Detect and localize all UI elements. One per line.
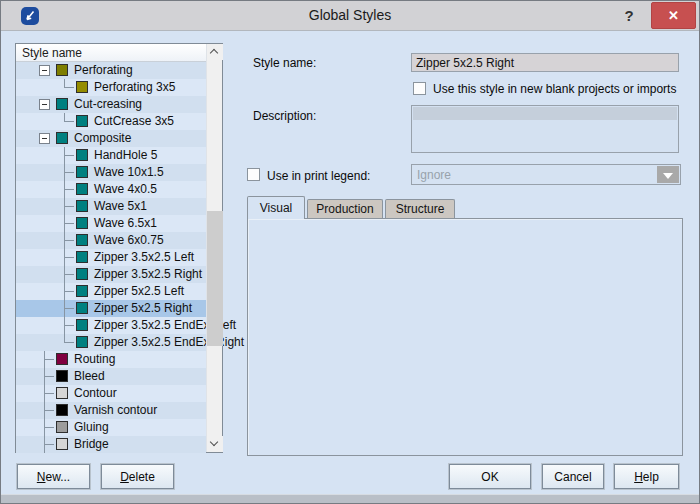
style-color-swatch <box>76 81 88 93</box>
style-name-label: Style name: <box>253 56 316 70</box>
tree-item[interactable]: Bleed <box>16 368 206 385</box>
tree-item[interactable]: Zipper 3.5x2.5 Left <box>16 249 206 266</box>
tree-item[interactable]: Contour <box>16 385 206 402</box>
tree-connector <box>64 325 74 326</box>
style-color-swatch <box>56 64 68 76</box>
new-button[interactable]: New... <box>17 464 90 489</box>
tree-item-label: Composite <box>74 131 131 146</box>
tree-item[interactable]: Composite <box>16 130 206 147</box>
tree-connector <box>44 376 54 377</box>
tree-item-label: Wave 6.5x1 <box>94 216 157 231</box>
style-color-swatch <box>56 98 68 110</box>
tree-item-label: Contour <box>74 386 117 401</box>
tree-item[interactable]: Varnish contour <box>16 402 206 419</box>
style-color-swatch <box>76 251 88 263</box>
style-color-swatch <box>56 438 68 450</box>
title-bar: Global Styles ? ✕ <box>1 1 699 31</box>
chevron-up-icon <box>210 49 218 57</box>
tree-connector <box>64 240 74 241</box>
tree-connector <box>64 223 74 224</box>
ok-button[interactable]: OK <box>449 464 531 489</box>
tree-connector <box>64 257 74 258</box>
help-button[interactable]: Help <box>614 464 679 489</box>
tree-item-label: Bridge <box>74 437 109 452</box>
tree-item[interactable]: Cut-creasing <box>16 96 206 113</box>
style-color-swatch <box>76 234 88 246</box>
print-legend-checkbox[interactable] <box>247 168 260 181</box>
description-first-line <box>413 107 677 120</box>
description-input[interactable] <box>411 105 679 153</box>
style-color-swatch <box>76 149 88 161</box>
tree-item-label: HandHole 5 <box>94 148 157 163</box>
tree-item-label: Wave 4x0.5 <box>94 182 157 197</box>
collapse-icon[interactable] <box>39 133 50 144</box>
style-color-swatch <box>76 200 88 212</box>
tree-scrollbar[interactable] <box>206 44 222 452</box>
tab-visual[interactable]: Visual <box>247 196 305 219</box>
tree-item[interactable]: CutCrease 3x5 <box>16 113 206 130</box>
tree-connector <box>64 291 74 292</box>
tree-connector <box>64 87 74 88</box>
tree-item-label: Wave 10x1.5 <box>94 165 164 180</box>
tree-connector <box>44 427 54 428</box>
tree-item[interactable]: Wave 4x0.5 <box>16 181 206 198</box>
tree-item[interactable]: Wave 6.5x1 <box>16 215 206 232</box>
tree-item[interactable]: Zipper 3.5x2.5 EndExt Left <box>16 317 206 334</box>
tree-connector <box>44 444 54 445</box>
tree-item-label: CutCrease 3x5 <box>94 114 174 129</box>
scrollbar-up-button[interactable] <box>207 44 223 60</box>
tree-column-header[interactable]: Style name <box>16 44 206 62</box>
tree-item-label: Bleed <box>74 369 105 384</box>
use-style-label: Use this style in new blank projects or … <box>433 82 676 96</box>
style-color-swatch <box>56 370 68 382</box>
collapse-icon[interactable] <box>39 65 50 76</box>
tab-production[interactable]: Production <box>307 199 383 218</box>
tree-item-selected[interactable]: Zipper 5x2.5 Right <box>16 300 206 317</box>
tree-item-label: Varnish contour <box>74 403 157 418</box>
cancel-button[interactable]: Cancel <box>542 464 604 489</box>
style-color-swatch <box>76 302 88 314</box>
style-color-swatch <box>76 268 88 280</box>
style-color-swatch <box>56 353 68 365</box>
tree-item[interactable]: Gluing <box>16 419 206 436</box>
tree-item[interactable]: Perforating <box>16 62 206 79</box>
delete-button[interactable]: Delete <box>101 464 174 489</box>
tree-item[interactable]: Zipper 5x2.5 Left <box>16 283 206 300</box>
style-tree-panel: Style name Perforating Perforating 3x5 C… <box>15 43 223 453</box>
style-color-swatch <box>56 421 68 433</box>
tree-item-label: Wave 5x1 <box>94 199 147 214</box>
tree-item-label: Wave 6x0.75 <box>94 233 164 248</box>
tree-connector <box>44 410 54 411</box>
tree-item[interactable]: HandHole 5 <box>16 147 206 164</box>
visual-tab-panel <box>247 218 683 456</box>
tree-connector <box>64 189 74 190</box>
scrollbar-down-button[interactable] <box>207 436 223 452</box>
style-color-swatch <box>56 132 68 144</box>
collapse-icon[interactable] <box>39 99 50 110</box>
tree-item-label: Routing <box>74 352 115 367</box>
tree-item[interactable]: Wave 10x1.5 <box>16 164 206 181</box>
tree-item[interactable]: Wave 6x0.75 <box>16 232 206 249</box>
help-title-button[interactable]: ? <box>617 5 641 27</box>
tree-connector <box>64 206 74 207</box>
style-name-input[interactable]: Zipper 5x2.5 Right <box>411 53 679 72</box>
chevron-down-icon <box>210 438 218 446</box>
tree-item[interactable]: Bridge <box>16 436 206 453</box>
close-button[interactable]: ✕ <box>651 2 696 29</box>
print-legend-dropdown: Ignore <box>411 164 681 185</box>
use-style-checkbox[interactable] <box>413 82 426 95</box>
style-color-swatch <box>56 404 68 416</box>
style-color-swatch <box>76 285 88 297</box>
tree-connector <box>44 393 54 394</box>
tree-connector <box>64 308 74 309</box>
tree-item[interactable]: Wave 5x1 <box>16 198 206 215</box>
print-legend-value: Ignore <box>417 168 451 182</box>
scrollbar-thumb[interactable] <box>207 211 223 346</box>
tree-item[interactable]: Perforating 3x5 <box>16 79 206 96</box>
tree-item[interactable]: Routing <box>16 351 206 368</box>
tree-item[interactable]: Zipper 3.5x2.5 Right <box>16 266 206 283</box>
tree-item[interactable]: Zipper 3.5x2.5 EndExt Right <box>16 334 206 351</box>
style-color-swatch <box>56 387 68 399</box>
tree-item-label: Zipper 3.5x2.5 Right <box>94 267 202 282</box>
tab-structure[interactable]: Structure <box>385 199 455 218</box>
